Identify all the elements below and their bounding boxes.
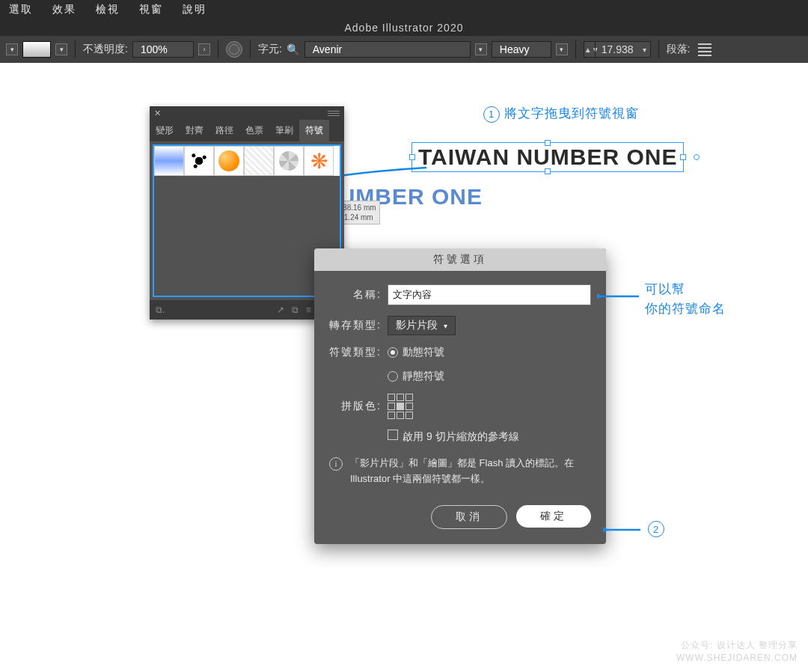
swatch-dropdown[interactable]: ▾ <box>55 43 67 55</box>
tab-align[interactable]: 對齊 <box>180 120 209 141</box>
tab-path[interactable]: 路徑 <box>209 120 239 141</box>
ok-button[interactable]: 確定 <box>516 505 591 528</box>
menu-help[interactable]: 說明 <box>183 3 206 16</box>
app-titlebar: Adobe Illustrator 2020 <box>0 19 808 36</box>
symbol-gradient[interactable] <box>154 146 184 176</box>
font-dropdown[interactable]: ▾ <box>475 43 487 55</box>
info-note: i 「影片片段」和「繪圖」都是 Flash 讀入的標記。在 Illustrato… <box>329 456 591 487</box>
info-icon: i <box>329 457 343 471</box>
name-input[interactable] <box>388 284 591 305</box>
selected-text-object[interactable]: TAIWAN NUMBER ONE <box>411 142 684 172</box>
export-type-select[interactable]: 影片片段▾ <box>388 316 456 335</box>
fill-swatch[interactable] <box>22 41 51 58</box>
font-weight-field[interactable]: Heavy <box>492 41 551 58</box>
font-size-stepper[interactable]: ▲▼ 17.938 ▾ <box>584 41 651 58</box>
artboard-text: TAIWAN NUMBER ONE <box>418 144 677 169</box>
opacity-value[interactable]: 100% <box>132 41 194 58</box>
search-icon: 🔍 <box>287 43 300 55</box>
panel-tabs: 變形 對齊 路徑 色票 筆刷 符號 <box>150 120 344 141</box>
canvas-area[interactable]: 1將文字拖曳到符號視窗 TAIWAN NUMBER ONE NUMBER ONE… <box>0 63 808 672</box>
font-family-field[interactable]: Avenir <box>304 41 471 58</box>
menu-effect[interactable]: 效果 <box>52 3 76 16</box>
annotation-name-hint: 可以幫 你的符號命名 <box>645 280 726 318</box>
opacity-label: 不透明度: <box>83 43 128 56</box>
break-link-icon[interactable]: ⧉ <box>292 305 299 315</box>
weight-dropdown[interactable]: ▾ <box>556 43 568 55</box>
opacity-popup[interactable]: › <box>198 43 210 55</box>
chevron-left-icon[interactable]: ▾ <box>6 43 18 55</box>
tab-symbols[interactable]: 符號 <box>299 120 329 141</box>
menubar: 選取 效果 檢視 視窗 說明 <box>0 0 808 19</box>
annotation-step2: 2 <box>648 521 669 537</box>
menu-select[interactable]: 選取 <box>9 3 33 16</box>
tab-swatches[interactable]: 色票 <box>239 120 269 141</box>
registration-grid[interactable] <box>388 394 413 419</box>
annotation-step1: 1將文字拖曳到符號視窗 <box>483 105 639 123</box>
symbol-options-icon[interactable]: ≡ <box>306 305 311 315</box>
symbol-type-label: 符號類型: <box>329 346 382 359</box>
tab-brushes[interactable]: 筆刷 <box>269 120 299 141</box>
symbol-inkblot[interactable] <box>184 146 214 176</box>
library-icon[interactable]: ⧉. <box>156 305 165 315</box>
step2-arrow-icon <box>603 522 643 537</box>
tab-transform[interactable]: 變形 <box>150 120 180 141</box>
symbol-gear[interactable] <box>274 146 304 176</box>
control-bar: ▾ ▾ 不透明度: 100% › 字元: 🔍 Avenir ▾ Heavy ▾ … <box>0 36 808 63</box>
symbol-hatch[interactable] <box>244 146 274 176</box>
step2-badge: 2 <box>648 521 664 537</box>
paragraph-align-icon[interactable] <box>698 43 711 56</box>
paragraph-label: 段落: <box>667 43 691 56</box>
symbol-flower[interactable] <box>304 146 334 176</box>
radio-static[interactable]: 靜態符號 <box>388 370 444 383</box>
menu-view[interactable]: 檢視 <box>96 3 120 16</box>
cancel-button[interactable]: 取消 <box>431 505 507 529</box>
place-symbol-icon[interactable]: ↗ <box>277 305 284 315</box>
symbol-options-dialog: 符號選項 名稱: 轉存類型: 影片片段▾ 符號類型: 動態符號 靜態符號 拼 <box>314 248 606 544</box>
name-label: 名稱: <box>329 288 382 302</box>
step1-badge: 1 <box>483 106 500 123</box>
panel-header[interactable]: ✕ <box>150 106 344 120</box>
menu-window[interactable]: 視窗 <box>139 3 163 16</box>
dialog-title: 符號選項 <box>314 248 606 271</box>
symbol-orb[interactable] <box>214 146 244 176</box>
watermark: 公众号: 设计达人 整理分享 WWW.SHEJIDAREN.COM <box>676 639 798 665</box>
radio-dynamic[interactable]: 動態符號 <box>388 346 444 359</box>
symbols-dropzone[interactable] <box>153 144 341 297</box>
panel-menu-icon[interactable] <box>328 111 340 116</box>
globe-icon[interactable] <box>226 41 242 58</box>
export-type-label: 轉存類型: <box>329 319 382 332</box>
slice-scaling-checkbox[interactable]: 啟用 9 切片縮放的參考線 <box>388 430 519 444</box>
char-label: 字元: <box>258 43 282 56</box>
close-icon[interactable]: ✕ <box>154 109 161 118</box>
registration-label: 拼版色: <box>329 400 382 413</box>
